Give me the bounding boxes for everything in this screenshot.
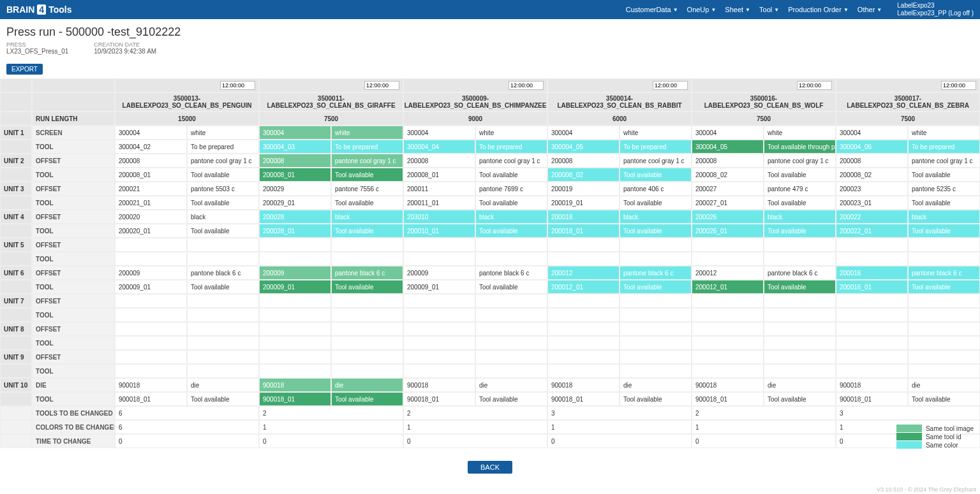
user-info[interactable]: LabelExpo23LabelExpo23_PP (Log off ) (897, 2, 974, 17)
cell-id: 200011 (403, 182, 475, 196)
cell-tool-status: Tool available (187, 196, 259, 210)
row-type-label: OFFSET (32, 238, 115, 252)
cell-id: 900018 (259, 378, 331, 392)
nav-production-order[interactable]: Production Order▼ (788, 6, 849, 13)
cell-tool-id: 200008_02 (836, 168, 908, 182)
run-length-value: 9000 (403, 112, 547, 126)
meta-creation-date: CREATION DATE10/9/2023 9:42:38 AM (94, 41, 156, 55)
job-header: 3500016-LABELEXPO23_SO_CLEAN_BS_WOLF (692, 92, 836, 112)
cell-value: pantone black 6 c (764, 266, 836, 280)
cell-value (764, 350, 836, 364)
blank (0, 168, 32, 182)
time-input[interactable] (220, 81, 255, 90)
cell-tool-id: 200018_01 (547, 224, 620, 238)
unit-label: UNIT 3 (0, 182, 32, 196)
time-input[interactable] (364, 81, 399, 90)
row-tool-label: TOOL (32, 280, 115, 294)
unit-label: UNIT 7 (0, 294, 32, 308)
cell-tool-status: To be prepared (331, 140, 403, 154)
summary-value: 6 (115, 420, 259, 434)
blank (0, 92, 32, 112)
caret-down-icon: ▼ (745, 7, 750, 13)
summary-value: 2 (403, 406, 547, 420)
blank (0, 280, 32, 294)
blank (0, 78, 32, 92)
cell-tool-id: 300004_04 (403, 140, 475, 154)
cell-value: pantone 7699 c (475, 182, 547, 196)
cell-id: 200008 (547, 154, 620, 168)
cell-value: white (908, 126, 980, 140)
blank (0, 364, 32, 378)
row-type-label: OFFSET (32, 182, 115, 196)
cell-id: 300004 (547, 126, 620, 140)
cell-tool-id: 200008_01 (403, 168, 475, 182)
summary-label: TOOLS TO BE CHANGED (32, 406, 115, 420)
cell-id: 200008 (836, 154, 908, 168)
cell-value (764, 238, 836, 252)
time-input[interactable] (941, 81, 976, 90)
cell-value (908, 322, 980, 336)
time-input[interactable] (509, 81, 544, 90)
cell-tool-id: 200021_01 (115, 196, 187, 210)
cell-tool-status: To be prepared (908, 140, 980, 154)
cell-value: pantone cool gray 1 c (764, 154, 836, 168)
row-type-label: OFFSET (32, 322, 115, 336)
cell-value: black (620, 210, 692, 224)
cell-tool-id (115, 364, 187, 378)
caret-down-icon: ▼ (877, 7, 882, 13)
blank (0, 252, 32, 266)
cell-tool-status (908, 364, 980, 378)
cell-tool-id: 200009_01 (403, 280, 475, 294)
cell-value: pantone black 6 c (187, 266, 259, 280)
cell-id (547, 294, 620, 308)
cell-id: 200019 (547, 182, 620, 196)
cell-tool-status (764, 336, 836, 350)
cell-value: die (331, 378, 403, 392)
summary-value: 1 (403, 420, 547, 434)
cell-tool-id: 200019_01 (547, 196, 620, 210)
cell-tool-id: 200016_01 (836, 280, 908, 294)
cell-tool-status: Tool available (187, 280, 259, 294)
blank (0, 392, 32, 406)
time-input[interactable] (653, 81, 688, 90)
cell-value (187, 350, 259, 364)
cell-tool-status: Tool available (908, 168, 980, 182)
nav-sheet[interactable]: Sheet▼ (725, 6, 750, 13)
summary-value: 3 (836, 406, 980, 420)
cell-value: pantone 479 c (764, 182, 836, 196)
cell-id (692, 350, 764, 364)
cell-tool-id: 200011_01 (403, 196, 475, 210)
blank (0, 112, 32, 126)
export-button[interactable]: EXPORT (6, 64, 43, 75)
unit-label: UNIT 6 (0, 266, 32, 280)
cell-id (259, 238, 331, 252)
cell-value: pantone black 6 c (620, 266, 692, 280)
nav-oneup[interactable]: OneUp▼ (687, 6, 716, 13)
cell-id: 200008 (259, 154, 331, 168)
cell-tool-id: 900018_01 (692, 392, 764, 406)
summary-value: 1 (259, 420, 403, 434)
cell-tool-status (908, 252, 980, 266)
cell-id (403, 350, 475, 364)
row-type-label: SCREEN (32, 126, 115, 140)
unit-label: UNIT 10 (0, 378, 32, 392)
cell-id (259, 350, 331, 364)
summary-value: 1 (692, 420, 836, 434)
cell-tool-id: 200026_01 (692, 224, 764, 238)
cell-value (908, 294, 980, 308)
back-button[interactable]: BACK (468, 461, 512, 474)
time-header (547, 78, 692, 92)
nav-customerdata[interactable]: CustomerData▼ (626, 6, 678, 13)
cell-tool-status (187, 308, 259, 322)
nav-other[interactable]: Other▼ (858, 6, 882, 13)
cell-tool-status: Tool available (475, 392, 547, 406)
cell-id: 200016 (836, 266, 908, 280)
cell-value (620, 238, 692, 252)
cell-tool-status (620, 364, 692, 378)
row-tool-label: TOOL (32, 140, 115, 154)
cell-tool-id: 200010_01 (403, 224, 475, 238)
time-input[interactable] (797, 81, 832, 90)
cell-id (547, 238, 620, 252)
row-tool-label: TOOL (32, 364, 115, 378)
nav-tool[interactable]: Tool▼ (759, 6, 779, 13)
